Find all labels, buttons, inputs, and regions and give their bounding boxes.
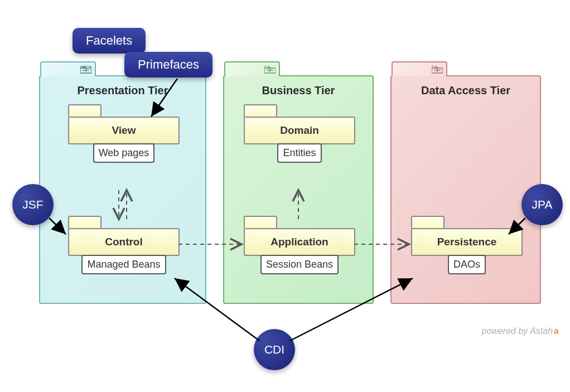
package-application: Application Session Beans — [244, 216, 355, 274]
package-tab — [244, 216, 277, 228]
package-desc: Managed Beans — [81, 255, 166, 274]
package-desc: DAOs — [448, 255, 486, 274]
package-desc: Web pages — [93, 143, 155, 163]
badge-jsf: JSF — [12, 184, 54, 225]
badge-cdi: CDI — [254, 329, 295, 370]
package-icon — [432, 66, 443, 74]
package-desc: Entities — [277, 143, 321, 163]
badge-jpa: JPA — [521, 184, 563, 225]
package-domain: Domain Entities — [244, 104, 355, 163]
watermark: powered by Astaha — [482, 326, 559, 336]
tier-title: Data Access Tier — [392, 76, 540, 103]
package-tab — [411, 216, 445, 228]
tier-dataaccess: Data Access Tier Persistence DAOs — [390, 75, 541, 304]
package-tab — [68, 104, 102, 117]
package-tab — [244, 104, 277, 117]
badge-facelets: Facelets — [73, 28, 146, 54]
tier-business: Business Tier Domain Entities Applicatio… — [223, 75, 374, 304]
tier-presentation: Presentation Tier View Web pages Control… — [39, 75, 206, 304]
package-tab — [68, 216, 102, 228]
svg-rect-5 — [264, 66, 269, 68]
package-icon — [264, 66, 276, 74]
package-icon — [80, 66, 91, 74]
diagram-canvas: Presentation Tier View Web pages Control… — [0, 0, 570, 392]
package-control: Control Managed Beans — [68, 216, 180, 274]
package-name: Domain — [244, 117, 355, 144]
package-view: View Web pages — [68, 104, 180, 163]
package-name: Control — [68, 228, 180, 256]
package-name: Application — [244, 228, 355, 256]
tier-title: Business Tier — [224, 76, 373, 103]
package-persistence: Persistence DAOs — [411, 216, 523, 274]
watermark-text: powered by Astah — [482, 326, 553, 336]
tier-title: Presentation Tier — [40, 76, 205, 103]
tier-tab — [392, 61, 447, 76]
package-desc: Session Beans — [260, 255, 339, 274]
package-name: Persistence — [411, 228, 523, 256]
tier-tab — [40, 61, 96, 76]
badge-primefaces: Primefaces — [124, 52, 212, 78]
astah-icon: a — [554, 326, 559, 336]
package-name: View — [68, 117, 180, 144]
tier-tab — [224, 61, 280, 76]
svg-rect-9 — [432, 66, 436, 68]
